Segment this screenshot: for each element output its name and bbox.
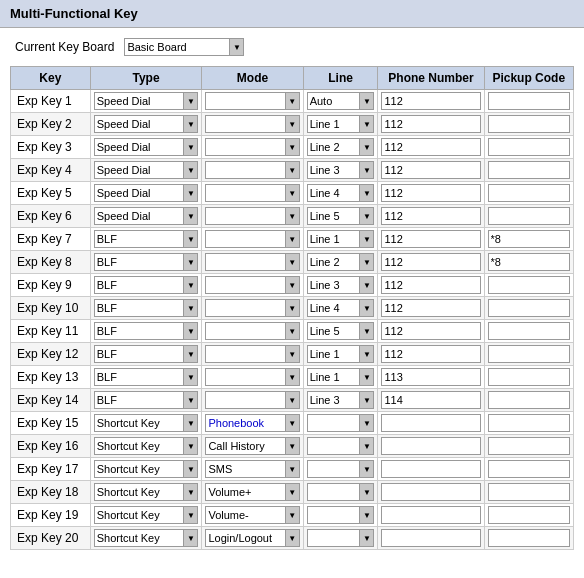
pickup-input[interactable] xyxy=(488,92,570,110)
mode-arrow-icon[interactable]: ▼ xyxy=(285,300,299,316)
type-dropdown[interactable]: Shortcut Key▼ xyxy=(94,506,199,524)
type-arrow-icon[interactable]: ▼ xyxy=(183,484,197,500)
line-dropdown[interactable]: Line 5▼ xyxy=(307,207,375,225)
type-arrow-icon[interactable]: ▼ xyxy=(183,208,197,224)
line-arrow-icon-empty[interactable]: ▼ xyxy=(359,438,373,454)
pickup-input[interactable] xyxy=(488,299,570,317)
mode-arrow-icon[interactable]: ▼ xyxy=(285,323,299,339)
type-arrow-icon[interactable]: ▼ xyxy=(183,346,197,362)
type-dropdown[interactable]: Shortcut Key▼ xyxy=(94,483,199,501)
mode-dropdown[interactable]: ▼ xyxy=(205,138,299,156)
line-dropdown[interactable]: Auto▼ xyxy=(307,92,375,110)
pickup-input[interactable] xyxy=(488,207,570,225)
line-arrow-icon-empty[interactable]: ▼ xyxy=(359,461,373,477)
line-dropdown[interactable]: Line 2▼ xyxy=(307,138,375,156)
type-arrow-icon[interactable]: ▼ xyxy=(183,323,197,339)
mode-dropdown[interactable]: ▼ xyxy=(205,368,299,386)
type-dropdown[interactable]: Shortcut Key▼ xyxy=(94,414,199,432)
mode-dropdown[interactable]: Login/Logout▼ xyxy=(205,529,299,547)
line-dropdown[interactable]: Line 4▼ xyxy=(307,184,375,202)
line-dropdown[interactable]: Line 1▼ xyxy=(307,345,375,363)
mode-arrow-icon[interactable]: ▼ xyxy=(285,116,299,132)
type-dropdown[interactable]: Speed Dial▼ xyxy=(94,207,199,225)
phone-input[interactable] xyxy=(381,184,480,202)
pickup-input[interactable] xyxy=(488,368,570,386)
phone-input[interactable] xyxy=(381,138,480,156)
pickup-input[interactable] xyxy=(488,460,570,478)
mode-arrow-icon[interactable]: ▼ xyxy=(285,254,299,270)
mode-arrow-icon[interactable]: ▼ xyxy=(285,139,299,155)
type-dropdown[interactable]: BLF▼ xyxy=(94,391,199,409)
type-arrow-icon[interactable]: ▼ xyxy=(183,461,197,477)
line-dropdown[interactable]: Line 1▼ xyxy=(307,368,375,386)
phone-input[interactable] xyxy=(381,115,480,133)
type-arrow-icon[interactable]: ▼ xyxy=(183,530,197,546)
line-arrow-icon[interactable]: ▼ xyxy=(359,346,373,362)
line-arrow-icon[interactable]: ▼ xyxy=(359,300,373,316)
mode-arrow-icon[interactable]: ▼ xyxy=(285,484,299,500)
mode-arrow-icon[interactable]: ▼ xyxy=(285,507,299,523)
line-arrow-icon[interactable]: ▼ xyxy=(359,139,373,155)
line-arrow-icon[interactable]: ▼ xyxy=(359,116,373,132)
type-dropdown[interactable]: Speed Dial▼ xyxy=(94,115,199,133)
phone-input[interactable] xyxy=(381,207,480,225)
line-arrow-icon[interactable]: ▼ xyxy=(359,185,373,201)
mode-dropdown[interactable]: ▼ xyxy=(205,92,299,110)
mode-arrow-icon[interactable]: ▼ xyxy=(285,530,299,546)
pickup-input[interactable] xyxy=(488,322,570,340)
mode-arrow-icon[interactable]: ▼ xyxy=(285,392,299,408)
phone-input[interactable] xyxy=(381,460,480,478)
pickup-input[interactable] xyxy=(488,437,570,455)
type-arrow-icon[interactable]: ▼ xyxy=(183,300,197,316)
line-dropdown-empty[interactable]: ▼ xyxy=(307,437,375,455)
mode-arrow-icon[interactable]: ▼ xyxy=(285,461,299,477)
board-select-dropdown[interactable]: Basic Board ▼ xyxy=(124,38,244,56)
line-dropdown-empty[interactable]: ▼ xyxy=(307,414,375,432)
type-dropdown[interactable]: BLF▼ xyxy=(94,322,199,340)
mode-dropdown[interactable]: Phonebook▼ xyxy=(205,414,299,432)
mode-arrow-icon[interactable]: ▼ xyxy=(285,93,299,109)
type-dropdown[interactable]: Speed Dial▼ xyxy=(94,184,199,202)
line-dropdown[interactable]: Line 1▼ xyxy=(307,115,375,133)
type-arrow-icon[interactable]: ▼ xyxy=(183,185,197,201)
pickup-input[interactable] xyxy=(488,483,570,501)
phone-input[interactable] xyxy=(381,368,480,386)
mode-arrow-icon[interactable]: ▼ xyxy=(285,277,299,293)
line-dropdown[interactable]: Line 1▼ xyxy=(307,230,375,248)
line-arrow-icon-empty[interactable]: ▼ xyxy=(359,415,373,431)
type-dropdown[interactable]: Speed Dial▼ xyxy=(94,138,199,156)
pickup-input[interactable] xyxy=(488,184,570,202)
line-dropdown-empty[interactable]: ▼ xyxy=(307,529,375,547)
line-arrow-icon[interactable]: ▼ xyxy=(359,392,373,408)
phone-input[interactable] xyxy=(381,529,480,547)
type-dropdown[interactable]: Shortcut Key▼ xyxy=(94,529,199,547)
mode-dropdown[interactable]: ▼ xyxy=(205,276,299,294)
mode-arrow-icon[interactable]: ▼ xyxy=(285,185,299,201)
type-arrow-icon[interactable]: ▼ xyxy=(183,415,197,431)
phone-input[interactable] xyxy=(381,414,480,432)
line-dropdown[interactable]: Line 3▼ xyxy=(307,276,375,294)
type-dropdown[interactable]: BLF▼ xyxy=(94,253,199,271)
mode-dropdown[interactable]: ▼ xyxy=(205,322,299,340)
line-arrow-icon[interactable]: ▼ xyxy=(359,208,373,224)
mode-dropdown[interactable]: Volume-▼ xyxy=(205,506,299,524)
mode-arrow-icon[interactable]: ▼ xyxy=(285,438,299,454)
type-dropdown[interactable]: BLF▼ xyxy=(94,368,199,386)
phone-input[interactable] xyxy=(381,92,480,110)
phone-input[interactable] xyxy=(381,506,480,524)
phone-input[interactable] xyxy=(381,437,480,455)
pickup-input[interactable] xyxy=(488,253,570,271)
type-dropdown[interactable]: BLF▼ xyxy=(94,299,199,317)
line-dropdown-empty[interactable]: ▼ xyxy=(307,483,375,501)
mode-dropdown[interactable]: SMS▼ xyxy=(205,460,299,478)
type-arrow-icon[interactable]: ▼ xyxy=(183,392,197,408)
type-dropdown[interactable]: BLF▼ xyxy=(94,345,199,363)
type-dropdown[interactable]: Shortcut Key▼ xyxy=(94,437,199,455)
type-dropdown[interactable]: Speed Dial▼ xyxy=(94,161,199,179)
mode-dropdown[interactable]: ▼ xyxy=(205,230,299,248)
type-arrow-icon[interactable]: ▼ xyxy=(183,162,197,178)
mode-dropdown[interactable]: ▼ xyxy=(205,115,299,133)
phone-input[interactable] xyxy=(381,253,480,271)
line-dropdown[interactable]: Line 3▼ xyxy=(307,391,375,409)
phone-input[interactable] xyxy=(381,322,480,340)
